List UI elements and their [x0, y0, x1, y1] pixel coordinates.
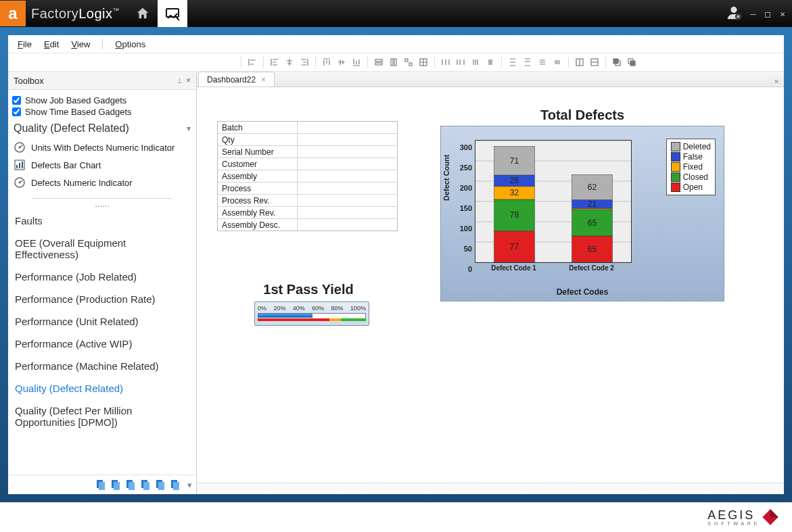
menubar: File Edit View Options	[8, 35, 784, 53]
pin-icon[interactable]: ⟂	[177, 76, 182, 85]
aegis-logo-icon	[761, 508, 780, 527]
info-value	[298, 195, 397, 206]
category-item[interactable]: Quality (Defect Per Million Opportunitie…	[14, 400, 191, 433]
home-button[interactable]	[128, 0, 158, 27]
chevron-down-icon[interactable]: ▾	[187, 124, 191, 133]
doc-icon[interactable]	[155, 479, 166, 490]
info-value	[298, 122, 397, 133]
align-right[interactable]	[298, 55, 311, 69]
send-back[interactable]	[625, 55, 638, 69]
close-icon[interactable]: ×	[186, 76, 191, 85]
info-label: Process Rev.	[218, 195, 298, 206]
titlebar: a FactoryLogix™ – □ ×	[0, 0, 792, 27]
menu-file[interactable]: File	[15, 38, 34, 51]
align-left[interactable]	[268, 55, 281, 69]
doc-icon[interactable]	[125, 479, 136, 490]
svg-rect-0	[166, 9, 179, 17]
tabs-close-all[interactable]: ×	[770, 76, 783, 87]
gadget-item[interactable]: Defects Numeric Indicator	[12, 174, 192, 191]
svg-rect-4	[375, 63, 382, 65]
category-item[interactable]: Quality (Defect Related)	[14, 377, 191, 400]
bar-icon	[14, 159, 26, 171]
app-logo: a	[0, 1, 26, 26]
same-size[interactable]	[402, 55, 415, 69]
info-table-widget[interactable]: BatchQtySerial NumberCustomerAssemblyPro…	[217, 121, 398, 231]
info-value	[298, 219, 397, 231]
same-width[interactable]	[372, 55, 386, 69]
align-top[interactable]	[320, 55, 333, 69]
vspace-equal[interactable]	[506, 55, 519, 69]
center-h[interactable]	[573, 55, 586, 69]
same-height[interactable]	[387, 55, 400, 69]
minimize-button[interactable]: –	[751, 9, 758, 19]
align-bottom[interactable]	[350, 55, 363, 69]
active-category-label: Quality (Defect Related) ▾	[14, 122, 191, 135]
align-tool[interactable]	[246, 55, 259, 69]
svg-text:65: 65	[588, 245, 597, 254]
tab-close-icon[interactable]: ×	[261, 75, 266, 84]
vspace-dec[interactable]	[536, 55, 549, 69]
hspace-inc[interactable]	[454, 55, 467, 69]
hspace-dec[interactable]	[469, 55, 482, 69]
bring-front[interactable]	[610, 55, 624, 69]
footer-sub: S O F T W A R E	[707, 521, 758, 526]
menu-view[interactable]: View	[68, 38, 93, 51]
svg-rect-31	[143, 482, 149, 490]
chk-time-gadgets[interactable]: Show Time Based Gadgets	[12, 107, 192, 117]
align-center-h[interactable]	[283, 55, 296, 69]
gauge-icon	[14, 141, 26, 153]
yield-widget[interactable]: 1st Pass Yield 0%20%40%60%80%100%	[254, 282, 369, 326]
category-item[interactable]: Performance (Job Related)	[14, 266, 191, 288]
vspace-inc[interactable]	[521, 55, 534, 69]
align-middle-v[interactable]	[335, 55, 348, 69]
window-controls[interactable]: – □ ×	[751, 9, 787, 19]
svg-rect-29	[129, 482, 135, 490]
doc-icon[interactable]	[95, 479, 106, 490]
tab-dashboard[interactable]: Dashboard22 ×	[198, 72, 275, 87]
info-label: Batch	[218, 122, 298, 133]
info-label: Qty	[218, 134, 298, 145]
info-label: Serial Number	[218, 146, 298, 158]
info-value	[298, 134, 397, 145]
chk-job-gadgets[interactable]: Show Job Based Gadgets	[12, 95, 192, 105]
svg-text:71: 71	[510, 156, 519, 166]
yield-gauge: 0%20%40%60%80%100%	[254, 301, 369, 326]
category-item[interactable]: Faults	[14, 210, 191, 232]
yield-title: 1st Pass Yield	[254, 282, 363, 297]
info-value	[298, 207, 397, 218]
size-to-grid[interactable]	[417, 55, 430, 69]
doc-icon[interactable]	[110, 479, 121, 490]
gadget-item[interactable]: Units With Defects Numeric Indicator	[12, 139, 192, 156]
category-item[interactable]: Performance (Active WIP)	[14, 333, 191, 355]
category-item[interactable]: Performance (Unit Related)	[14, 310, 191, 333]
category-item[interactable]: OEE (Overall Equipment Effectiveness)	[14, 232, 191, 266]
brand-name: FactoryLogix™	[31, 6, 120, 22]
svg-text:65: 65	[588, 218, 597, 228]
design-canvas[interactable]: BatchQtySerial NumberCustomerAssemblyPro…	[197, 87, 784, 483]
category-item[interactable]: Performance (Production Rate)	[14, 288, 191, 310]
info-value	[298, 170, 397, 182]
dashboard-editor-button[interactable]	[158, 0, 187, 27]
alignment-toolbar	[8, 53, 784, 72]
hspace-rem[interactable]	[484, 55, 497, 69]
toolbox-footer: ▾	[8, 475, 196, 494]
chart-plot: 777832287165652162	[475, 140, 632, 263]
center-v[interactable]	[588, 55, 601, 69]
svg-text:32: 32	[510, 188, 519, 197]
close-button[interactable]: ×	[780, 9, 787, 19]
doc-icon[interactable]	[140, 479, 151, 490]
hspace-equal[interactable]	[439, 55, 452, 69]
menu-options[interactable]: Options	[112, 38, 148, 51]
horizontal-scrollbar[interactable]	[197, 483, 784, 494]
doc-icon[interactable]	[170, 479, 181, 490]
toolbox-title: Toolbox	[14, 76, 173, 86]
menu-edit[interactable]: Edit	[41, 38, 62, 51]
user-icon[interactable]	[726, 5, 741, 22]
maximize-button[interactable]: □	[765, 9, 772, 19]
category-item[interactable]: Performance (Machine Related)	[14, 355, 191, 377]
chevron-down-icon[interactable]: ▾	[187, 480, 192, 490]
info-label: Process	[218, 183, 298, 194]
gadget-item[interactable]: Defects Bar Chart	[12, 156, 192, 174]
vspace-rem[interactable]	[551, 55, 564, 69]
defects-widget[interactable]: Total Defects Defect Count 3002502001501…	[440, 107, 724, 301]
